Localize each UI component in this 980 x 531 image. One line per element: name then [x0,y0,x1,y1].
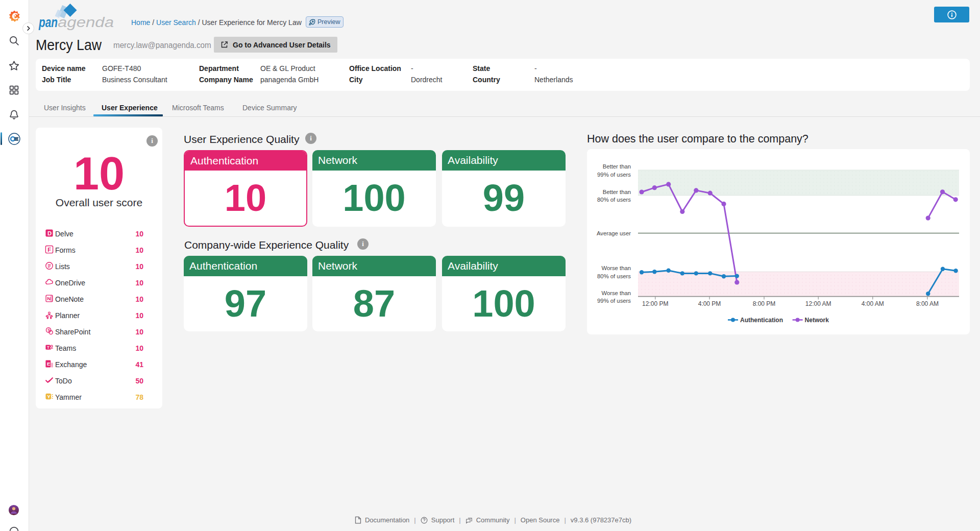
svg-text:12:00 AM: 12:00 AM [805,300,831,307]
svg-text:T: T [47,345,50,350]
svg-text:pan: pan [38,15,58,30]
svg-text:80% of users: 80% of users [597,197,631,203]
svg-text:Average user: Average user [597,230,631,236]
svg-text:Better than: Better than [603,189,631,195]
svg-text:Authentication: Authentication [740,317,783,324]
svg-text:99% of users: 99% of users [597,172,631,178]
svg-text:4:00 AM: 4:00 AM [862,300,884,307]
svg-text:agenda: agenda [58,15,114,30]
svg-text:12:00 PM: 12:00 PM [642,300,668,307]
svg-text:8:00 AM: 8:00 AM [916,300,939,307]
svg-text:8:00 PM: 8:00 PM [753,300,776,307]
svg-text:Better than: Better than [603,163,631,170]
svg-text:80% of users: 80% of users [597,273,631,279]
svg-text:F: F [47,247,51,253]
svg-text:Y: Y [47,394,51,399]
svg-text:E: E [47,361,51,367]
svg-text:D: D [47,230,52,236]
svg-text:N: N [47,296,51,301]
svg-text:Network: Network [805,317,829,324]
svg-text:99% of users: 99% of users [597,298,631,304]
svg-text:Worse than: Worse than [601,290,631,296]
svg-text:S: S [47,328,50,332]
svg-text:4:00 PM: 4:00 PM [698,300,721,307]
svg-text:Worse than: Worse than [601,265,631,271]
